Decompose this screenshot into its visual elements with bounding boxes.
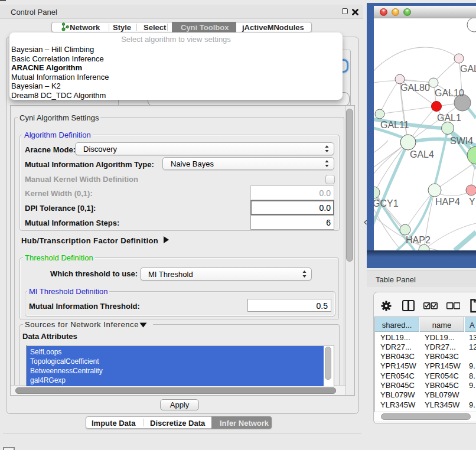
svg-text:GAL4: GAL4 xyxy=(410,149,434,159)
svg-text:GCY1: GCY1 xyxy=(374,198,399,208)
svg-text:GAL7: GAL7 xyxy=(460,64,476,74)
svg-text:GAL1: GAL1 xyxy=(437,113,461,123)
svg-text:SWI4: SWI4 xyxy=(450,136,473,146)
svg-text:HAP4: HAP4 xyxy=(435,197,460,207)
svg-text:GAL10: GAL10 xyxy=(435,88,464,98)
svg-text:HAP2: HAP2 xyxy=(406,235,431,245)
svg-text:GAL80: GAL80 xyxy=(400,83,430,93)
svg-text:Y: Y xyxy=(469,197,475,207)
svg-text:GAL11: GAL11 xyxy=(380,120,409,130)
